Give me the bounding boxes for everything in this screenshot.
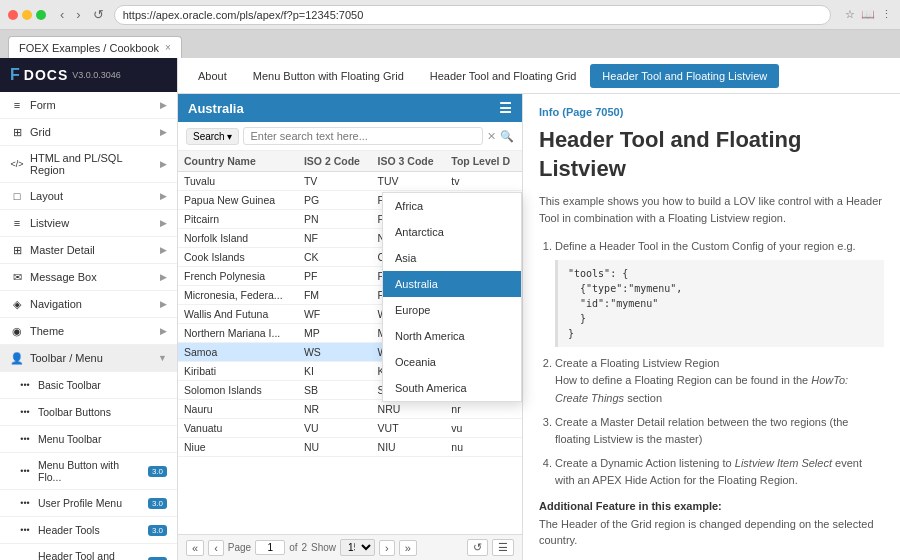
search-go-button[interactable]: 🔍 (500, 130, 514, 143)
sidebar-item-toolbar-buttons[interactable]: ••• Toolbar Buttons (0, 399, 177, 426)
sidebar-item-toolbar-menu[interactable]: 👤 Toolbar / Menu ▼ (0, 345, 177, 372)
sidebar-item-html-plsql[interactable]: </> HTML and PL/SQL Region ▶ (0, 146, 177, 183)
sidebar-label-theme: Theme (30, 325, 64, 337)
logo-f: F (10, 66, 20, 84)
table-row[interactable]: Tuvalu TV TUV tv (178, 172, 522, 191)
logo-text: DOCS (24, 67, 68, 83)
nav-header-tool-floating-grid[interactable]: Header Tool and Floating Grid (418, 64, 589, 88)
cell-tld: tv (445, 172, 522, 191)
dropdown-item-north-america[interactable]: North America (383, 323, 521, 349)
dropdown-item-antarctica[interactable]: Antarctica (383, 219, 521, 245)
reader-icon[interactable]: 📖 (861, 8, 875, 21)
toolbar-buttons-icon: ••• (18, 405, 32, 419)
dropdown-item-oceania[interactable]: Oceania (383, 349, 521, 375)
col-tld[interactable]: Top Level D (445, 151, 522, 172)
cell-iso2: MP (298, 324, 372, 343)
cell-country: Norfolk Island (178, 229, 298, 248)
master-detail-arrow: ▶ (160, 245, 167, 255)
sidebar-item-navigation[interactable]: ◈ Navigation ▶ (0, 291, 177, 318)
table-row[interactable]: Vanuatu VU VUT vu (178, 419, 522, 438)
cell-iso3: TUV (372, 172, 446, 191)
sidebar-item-menu-toolbar[interactable]: ••• Menu Toolbar (0, 426, 177, 453)
sidebar-item-header-tools[interactable]: ••• Header Tools 3.0 (0, 517, 177, 544)
info-title: Header Tool and Floating Listview (539, 126, 884, 183)
show-select[interactable]: 15 25 50 (340, 539, 375, 556)
sidebar-item-menu-button-flo[interactable]: ••• Menu Button with Flo... 3.0 (0, 453, 177, 490)
settings-icon[interactable]: ⋮ (881, 8, 892, 21)
col-iso2[interactable]: ISO 2 Code (298, 151, 372, 172)
active-tab[interactable]: FOEX Examples / Cookbook × (8, 36, 182, 58)
table-row[interactable]: Nauru NR NRU nr (178, 400, 522, 419)
sidebar-item-listview[interactable]: ≡ Listview ▶ (0, 210, 177, 237)
cell-iso3: NIU (372, 438, 446, 457)
table-row[interactable]: Niue NU NIU nu (178, 438, 522, 457)
cell-country: Kiribati (178, 362, 298, 381)
search-select[interactable]: Search ▾ (186, 128, 239, 145)
search-clear-button[interactable]: ✕ (487, 130, 496, 143)
actions-button[interactable]: ☰ (492, 539, 514, 556)
col-iso3[interactable]: ISO 3 Code (372, 151, 446, 172)
cell-tld: vu (445, 419, 522, 438)
cell-tld: nu (445, 438, 522, 457)
col-country-name[interactable]: Country Name (178, 151, 298, 172)
info-step-1: Define a Header Tool in the Custom Confi… (555, 238, 884, 347)
sidebar-item-theme[interactable]: ◉ Theme ▶ (0, 318, 177, 345)
sidebar-item-basic-toolbar[interactable]: ••• Basic Toolbar (0, 372, 177, 399)
sidebar-item-header-tool-float1[interactable]: ••• Header Tool and Floatu... 3.0 (0, 544, 177, 560)
back-button[interactable]: ‹ (56, 5, 68, 24)
info-step-1-text: Define a Header Tool in the Custom Confi… (555, 240, 856, 252)
browser-dots (8, 10, 46, 20)
dropdown-item-asia[interactable]: Asia (383, 245, 521, 271)
sidebar-label-menu-toolbar: Menu Toolbar (38, 433, 101, 445)
cell-country: Samoa (178, 343, 298, 362)
dropdown-item-europe[interactable]: Europe (383, 297, 521, 323)
search-input[interactable] (243, 127, 483, 145)
sidebar-item-master-detail[interactable]: ⊞ Master Detail ▶ (0, 237, 177, 264)
sidebar-item-grid[interactable]: ⊞ Grid ▶ (0, 119, 177, 146)
cell-country: Wallis And Futuna (178, 305, 298, 324)
maximize-dot[interactable] (36, 10, 46, 20)
page-first-button[interactable]: « (186, 540, 204, 556)
message-box-icon: ✉ (10, 270, 24, 284)
sidebar-label-navigation: Navigation (30, 298, 82, 310)
cell-iso2: NR (298, 400, 372, 419)
cell-country: Niue (178, 438, 298, 457)
minimize-dot[interactable] (22, 10, 32, 20)
page-prev-button[interactable]: ‹ (208, 540, 224, 556)
header-tools-badge: 3.0 (148, 525, 167, 536)
toolbar-menu-arrow: ▼ (158, 353, 167, 363)
hamburger-menu-button[interactable]: ☰ (499, 100, 512, 116)
menu-button-flo-icon: ••• (18, 464, 32, 478)
reload-button[interactable]: ↺ (89, 5, 108, 24)
search-select-label: Search (193, 131, 225, 142)
browser-chrome: ‹ › ↺ https://apex.oracle.com/pls/apex/f… (0, 0, 900, 30)
tab-close-button[interactable]: × (165, 42, 171, 53)
dropdown-item-south-america[interactable]: South America (383, 375, 521, 401)
dropdown-item-australia[interactable]: Australia (383, 271, 521, 297)
form-arrow: ▶ (160, 100, 167, 110)
toolbar-menu-icon: 👤 (10, 351, 24, 365)
sidebar-label-html: HTML and PL/SQL Region (30, 152, 154, 176)
info-description: This example shows you how to build a LO… (539, 193, 884, 226)
page-last-button[interactable]: » (399, 540, 417, 556)
page-next-button[interactable]: › (379, 540, 395, 556)
bookmark-icon[interactable]: ☆ (845, 8, 855, 21)
close-dot[interactable] (8, 10, 18, 20)
info-step-4: Create a Dynamic Action listening to Lis… (555, 455, 884, 490)
forward-button[interactable]: › (72, 5, 84, 24)
nav-header-tool-floating-listview[interactable]: Header Tool and Floating Listview (590, 64, 779, 88)
sidebar-item-layout[interactable]: □ Layout ▶ (0, 183, 177, 210)
sidebar-item-user-profile-menu[interactable]: ••• User Profile Menu 3.0 (0, 490, 177, 517)
sidebar-label-toolbar-menu: Toolbar / Menu (30, 352, 103, 364)
refresh-button[interactable]: ↺ (467, 539, 488, 556)
cell-iso2: TV (298, 172, 372, 191)
nav-menu-button-floating-grid[interactable]: Menu Button with Floating Grid (241, 64, 416, 88)
page-number-input[interactable] (255, 540, 285, 555)
navigation-arrow: ▶ (160, 299, 167, 309)
dropdown-item-africa[interactable]: Africa (383, 193, 521, 219)
cell-country: Solomon Islands (178, 381, 298, 400)
sidebar-item-message-box[interactable]: ✉ Message Box ▶ (0, 264, 177, 291)
address-bar[interactable]: https://apex.oracle.com/pls/apex/f?p=123… (114, 5, 831, 25)
nav-about[interactable]: About (186, 64, 239, 88)
sidebar-item-form[interactable]: ≡ Form ▶ (0, 92, 177, 119)
